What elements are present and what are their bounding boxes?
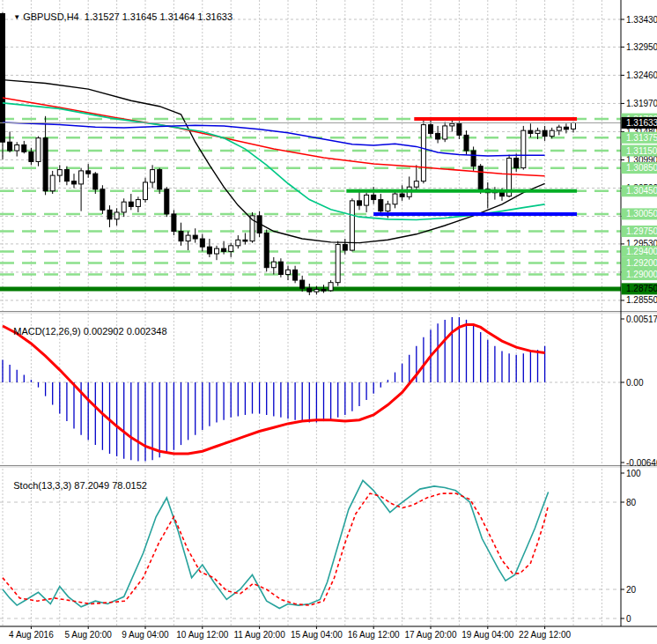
candle [264,233,269,267]
candle [514,159,519,168]
macd-indicator-label: MACD(12,26,9) 0.002902 0.002348 [3,315,167,347]
candle [414,181,418,188]
candle [29,152,33,161]
candle [229,246,233,252]
candle [286,270,291,274]
candle [336,245,340,283]
candle [457,123,461,135]
candle [521,130,526,167]
candle [36,138,41,162]
candle [328,283,333,291]
candle [450,123,454,126]
candle [443,126,447,139]
candle [372,195,376,199]
svg-text:1.29000: 1.29000 [626,270,657,279]
ohlc-readout: 1.31527 1.31645 1.31464 1.31633 [85,11,233,22]
candle [300,280,305,288]
candle [478,167,483,189]
svg-text:1.29750: 1.29750 [626,226,657,236]
candle [93,174,98,189]
time-axis-label: 22 Aug 12:00 [519,630,571,640]
macd-axis-label: 0.00 [626,378,644,388]
candle [386,204,390,211]
candle [50,175,55,191]
candle [8,142,12,151]
time-axis-label: 4 Aug 2016 [9,630,54,640]
candle [158,170,162,189]
candle [136,200,140,207]
candle [400,194,404,196]
macd-values: 0.002902 0.002348 [84,326,167,337]
candle [307,288,312,292]
symbol-title: GBPUSD,H4 [23,11,79,22]
candle [64,170,69,181]
candle [436,133,440,139]
candle [429,125,433,134]
candle [379,200,383,211]
svg-text:1.29200: 1.29200 [626,258,657,268]
stoch-axis-label: 0 [626,614,631,624]
candle [543,130,547,137]
time-axis-label: 9 Aug 04:00 [122,630,169,640]
svg-text:1.31633: 1.31633 [626,118,657,128]
candle [271,262,276,268]
candle [114,212,119,219]
candle [215,248,219,254]
stoch-indicator-label: Stoch(13,3,3) 87.2049 78.0152 [3,470,147,501]
candle [107,210,112,218]
time-axis-label: 11 Aug 20:00 [233,630,285,640]
candle [365,195,369,205]
svg-text:1.30850: 1.30850 [626,163,657,173]
candle [165,189,169,214]
svg-text:1.28750: 1.28750 [626,284,657,293]
candle [535,130,540,133]
candle [236,240,240,246]
candle [144,182,148,200]
candle [550,130,554,137]
candle [186,235,190,241]
price-axis-label: 1.28550 [626,295,657,305]
svg-text:1.29400: 1.29400 [626,247,657,256]
candle [278,262,283,274]
candle [471,151,476,167]
candle [321,290,326,292]
candle [193,235,197,239]
candle [293,270,298,280]
candle [172,214,176,232]
candle [72,181,77,184]
svg-text:1.30050: 1.30050 [626,209,657,218]
price-axis-label: 1.32460 [626,70,657,80]
candle [151,170,155,182]
candle [557,127,561,130]
candle [100,189,105,211]
macd-axis-label: 0.005173 [626,315,657,324]
stoch-axis-label: 100 [626,469,641,478]
candle [79,171,84,184]
candle [207,247,211,254]
candle [564,127,568,130]
svg-text:1.31375: 1.31375 [626,133,657,143]
stoch-name: Stoch(13,3,3) [13,480,71,491]
candle [179,232,183,241]
macd-axis-label: -0.006401 [626,458,657,468]
time-axis-label: 19 Aug 04:00 [461,630,513,640]
candle [421,125,425,181]
symbol-header[interactable]: ▼GBPUSD,H4 1.31527 1.31645 1.31464 1.316… [3,1,233,33]
candle [358,201,362,205]
time-axis-label: 15 Aug 04:00 [291,630,343,640]
candle [15,144,19,151]
candle [86,171,91,174]
time-axis-label: 16 Aug 12:00 [348,630,400,640]
time-axis-label: 10 Aug 12:00 [176,630,228,640]
time-axis-label: 5 Aug 20:00 [65,630,113,640]
price-axis-label: 1.31970 [626,99,657,108]
time-axis-label: 17 Aug 20:00 [405,630,457,640]
chevron-down-icon[interactable]: ▼ [13,13,20,21]
price-axis-label: 1.33430 [626,15,657,25]
candle [314,290,319,292]
trading-chart-window: 1.334301.329501.324601.319701.314801.309… [0,0,657,644]
macd-name: MACD(12,26,9) [13,326,80,337]
candle [572,122,576,129]
candle [243,240,247,241]
candle [43,138,48,191]
